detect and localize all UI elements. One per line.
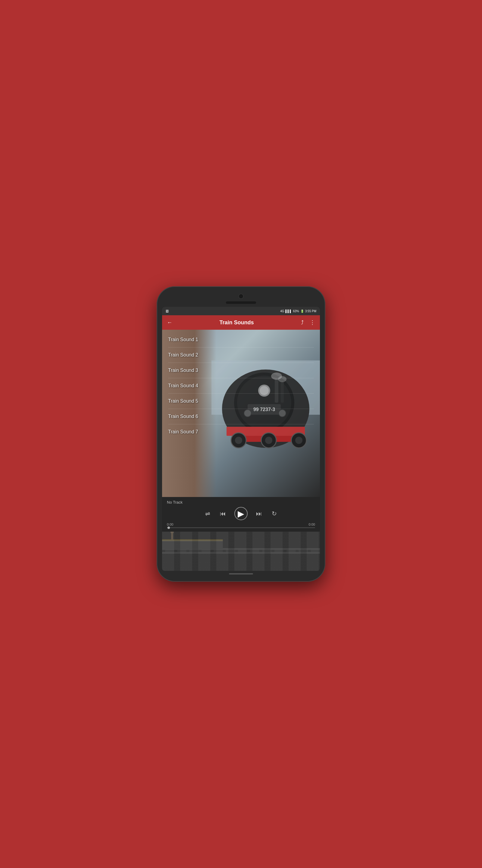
sound-item-label: Train Sound 3 xyxy=(168,368,198,373)
app-title: Train Sounds xyxy=(177,319,296,326)
app-bar: ← Train Sounds ⤴ ⋮ xyxy=(162,315,320,330)
play-icon: ▶ xyxy=(238,509,244,519)
sound-item-label: Train Sound 6 xyxy=(168,414,198,419)
sound-item-label: Train Sound 2 xyxy=(168,352,198,358)
time-total: 0:00 xyxy=(309,523,315,526)
time-display: 3:55 PM xyxy=(305,310,316,313)
progress-dot xyxy=(167,527,170,529)
status-right: 4G ▌▌▌ 63% 🔋 3:55 PM xyxy=(280,310,316,313)
player-track-name: No Track xyxy=(167,500,315,504)
prev-button[interactable]: ⏮ xyxy=(219,509,227,518)
signal-bars: ▌▌▌ xyxy=(285,310,292,313)
list-item[interactable]: Train Sound 6 xyxy=(162,409,320,424)
home-bar[interactable] xyxy=(229,573,253,575)
player-section: No Track ⇌ ⏮ ▶ ⏭ ↻ 0:00 0:00 xyxy=(162,497,320,532)
status-left: 🖼 xyxy=(166,310,169,313)
back-button[interactable]: ← xyxy=(166,318,173,327)
notification-icon: 🖼 xyxy=(166,310,169,313)
sound-item-label: Train Sound 5 xyxy=(168,398,198,404)
list-item[interactable]: Train Sound 7 xyxy=(162,424,320,439)
share-button[interactable]: ⤴ xyxy=(300,318,305,327)
progress-bar[interactable] xyxy=(167,527,315,528)
battery-percent: 63% xyxy=(293,310,299,313)
list-item[interactable]: Train Sound 5 xyxy=(162,394,320,409)
list-item[interactable]: Train Sound 4 xyxy=(162,378,320,393)
player-controls: ⇌ ⏮ ▶ ⏭ ↻ xyxy=(167,507,315,520)
phone-device: 🖼 4G ▌▌▌ 63% 🔋 3:55 PM ← Train Sounds ⤴ … xyxy=(157,286,325,582)
phone-camera xyxy=(238,293,244,299)
menu-button[interactable]: ⋮ xyxy=(309,318,316,327)
battery-icon: 🔋 xyxy=(300,310,304,313)
phone-speaker xyxy=(226,301,256,304)
player-time-row: 0:00 0:00 xyxy=(167,523,315,526)
list-item[interactable]: Train Sound 2 xyxy=(162,347,320,363)
list-item[interactable]: Train Sound 3 xyxy=(162,363,320,378)
list-item[interactable]: Train Sound 1 xyxy=(162,332,320,347)
repeat-button[interactable]: ↻ xyxy=(270,509,278,518)
shuffle-button[interactable]: ⇌ xyxy=(204,509,212,518)
play-button[interactable]: ▶ xyxy=(234,507,248,520)
signal-4g: 4G xyxy=(280,310,284,313)
sound-item-label: Train Sound 1 xyxy=(168,337,198,342)
sound-item-label: Train Sound 4 xyxy=(168,383,198,389)
next-button[interactable]: ⏭ xyxy=(255,509,263,518)
time-current: 0:00 xyxy=(167,523,173,526)
content-area: 99 7237-3 xyxy=(162,330,320,497)
status-bar: 🖼 4G ▌▌▌ 63% 🔋 3:55 PM xyxy=(162,307,320,315)
track-visual xyxy=(162,532,320,571)
bottom-image-area xyxy=(162,532,320,571)
phone-screen: 🖼 4G ▌▌▌ 63% 🔋 3:55 PM ← Train Sounds ⤴ … xyxy=(162,307,320,571)
sound-list: Train Sound 1 Train Sound 2 Train Sound … xyxy=(162,330,320,442)
sound-item-label: Train Sound 7 xyxy=(168,429,198,435)
